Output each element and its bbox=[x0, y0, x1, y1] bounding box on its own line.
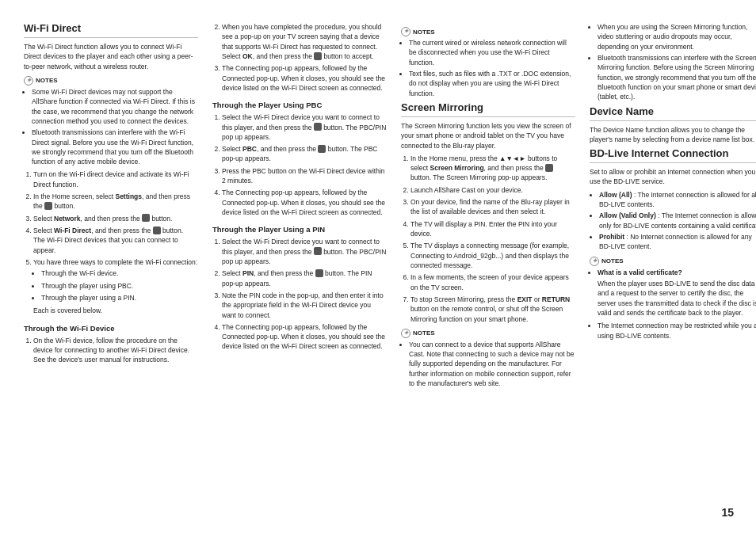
bd-live-intro: Set to allow or prohibit an Internet con… bbox=[590, 167, 756, 187]
note-item: Bluetooth transmissions can interfere wi… bbox=[32, 128, 198, 166]
bd-live-title: BD-Live Internet Connection bbox=[590, 147, 756, 159]
step-item: The TV displays a connecting message (fo… bbox=[410, 241, 575, 270]
notes-list-5: What is a valid certificate? When the pl… bbox=[590, 268, 756, 341]
page-layout: Wi-Fi Direct The Wi-Fi Direct function a… bbox=[24, 22, 732, 391]
step-item: The TV will display a PIN. Enter the PIN… bbox=[410, 219, 575, 239]
steps-continued: When you have completed the procedure, y… bbox=[212, 22, 387, 93]
notes-header-5: ✦ NOTES bbox=[590, 257, 756, 266]
step-item: To stop Screen Mirroring, press the EXIT… bbox=[410, 295, 575, 324]
through-pin-title: Through the Player Using a PIN bbox=[212, 225, 387, 234]
page-number: 15 bbox=[721, 506, 734, 519]
column-3: ✦ NOTES The current wired or wireless ne… bbox=[401, 22, 575, 391]
notes-icon-5: ✦ bbox=[590, 257, 599, 266]
notes-header-3: ✦ NOTES bbox=[401, 329, 575, 338]
device-name-intro: The Device Name function allows you to c… bbox=[590, 125, 756, 145]
notes-list-4: When you are using the Screen Mirroring … bbox=[590, 22, 756, 102]
note-item: The Internet connection may be restricte… bbox=[598, 321, 756, 341]
note-item: Text files, such as files with a .TXT or… bbox=[409, 69, 575, 98]
bd-live-item: Prohibit : No Internet connection is all… bbox=[599, 232, 756, 252]
through-wifi-device-title: Through the Wi-Fi Device bbox=[24, 324, 198, 333]
notes-icon-1: ✦ bbox=[24, 76, 33, 86]
screen-mirroring-divider bbox=[401, 116, 575, 117]
step-item: The Connecting pop-up appears, followed … bbox=[222, 322, 387, 352]
step-item: Select the Wi-Fi Direct device you want … bbox=[222, 237, 387, 266]
step-item: The Connecting pop-up appears, followed … bbox=[222, 188, 387, 217]
bd-live-item: Allow (Valid Only) : The Internet connec… bbox=[599, 211, 756, 230]
note-item: You can connect to a device that support… bbox=[409, 340, 575, 389]
cert-question: What is a valid certificate? bbox=[598, 268, 756, 277]
bd-live-divider bbox=[590, 162, 756, 163]
title-divider bbox=[24, 37, 198, 38]
column-1: Wi-Fi Direct The Wi-Fi Direct function a… bbox=[24, 22, 198, 367]
notes-header-2: ✦ NOTES bbox=[401, 27, 575, 36]
note-item: When you are using the Screen Mirroring … bbox=[598, 22, 756, 51]
step-item: Select the Wi-Fi Direct device you want … bbox=[222, 112, 387, 142]
cert-text1: When the player uses BD-LIVE to send the… bbox=[598, 279, 756, 318]
connection-way: Through the Wi-Fi device. bbox=[41, 268, 198, 278]
screen-mirroring-steps: In the Home menu, press the ▲▼◄► buttons… bbox=[401, 154, 575, 324]
through-wifi-device-steps: On the Wi-Fi device, follow the procedur… bbox=[24, 336, 198, 365]
step-item: The Connecting pop-up appears, followed … bbox=[222, 63, 387, 93]
connection-way: Through the player using PBC. bbox=[41, 281, 198, 291]
pin-steps: Select the Wi-Fi Direct device you want … bbox=[212, 237, 387, 351]
notes-list-1: Some Wi-Fi Direct devices may not suppor… bbox=[24, 87, 198, 167]
step-item: Select PBC, and then press the button. T… bbox=[222, 144, 387, 164]
step-item: Launch AllShare Cast on your device. bbox=[410, 185, 575, 195]
step-item: Select Network, and then press the butto… bbox=[33, 214, 198, 223]
notes-list-2: The current wired or wireless network co… bbox=[401, 38, 575, 98]
wifi-direct-title: Wi-Fi Direct bbox=[24, 22, 198, 34]
step-item: In a few moments, the screen of your dev… bbox=[410, 272, 575, 292]
through-pbc-title: Through the Player Using PBC bbox=[212, 101, 387, 109]
notes-icon-3: ✦ bbox=[401, 329, 410, 338]
column-4: When you are using the Screen Mirroring … bbox=[590, 22, 756, 344]
step-item: On your device, find the name of the Blu… bbox=[410, 197, 575, 217]
screen-mirroring-intro: The Screen Mirroring function lets you v… bbox=[401, 121, 575, 150]
step-item: Select Wi-Fi Direct, and then press the … bbox=[33, 226, 198, 255]
step-item: Turn on the Wi-Fi direct device and acti… bbox=[33, 169, 198, 189]
bd-live-items: Allow (All) : The Internet connection is… bbox=[590, 190, 756, 252]
step-item: In the Home screen, select Settings, and… bbox=[33, 192, 198, 211]
bd-live-item: Allow (All) : The Internet connection is… bbox=[599, 190, 756, 210]
notes-icon-2: ✦ bbox=[401, 27, 410, 36]
step-item: In the Home menu, press the ▲▼◄► buttons… bbox=[410, 154, 575, 183]
notes-list-3: You can connect to a device that support… bbox=[401, 340, 575, 389]
notes-header-1: ✦ NOTES bbox=[24, 76, 198, 86]
note-item: The current wired or wireless network co… bbox=[409, 38, 575, 67]
step-item: Select PIN, and then press the button. T… bbox=[222, 268, 387, 288]
screen-mirroring-title: Screen Mirroring bbox=[401, 101, 575, 113]
column-2: When you have completed the procedure, y… bbox=[212, 22, 387, 355]
note-item: Bluetooth transmissions can interfere wi… bbox=[598, 53, 756, 102]
step-item: You have three ways to complete the Wi-F… bbox=[33, 257, 198, 316]
note-item: What is a valid certificate? When the pl… bbox=[598, 268, 756, 318]
step-item: Note the PIN code in the pop-up, and the… bbox=[222, 291, 387, 320]
wifi-direct-steps: Turn on the Wi-Fi direct device and acti… bbox=[24, 169, 198, 315]
step-item: On the Wi-Fi device, follow the procedur… bbox=[33, 336, 198, 365]
step-item: Press the PBC button on the Wi-Fi Direct… bbox=[222, 166, 387, 186]
device-name-title: Device Name bbox=[590, 105, 756, 117]
note-item: Some Wi-Fi Direct devices may not suppor… bbox=[32, 87, 198, 126]
wifi-direct-intro: The Wi-Fi Direct function allows you to … bbox=[24, 42, 198, 71]
pbc-steps: Select the Wi-Fi Direct device you want … bbox=[212, 112, 387, 217]
step-item: When you have completed the procedure, y… bbox=[222, 22, 387, 61]
device-name-divider bbox=[590, 120, 756, 121]
connection-way: Through the player using a PIN. bbox=[41, 293, 198, 303]
